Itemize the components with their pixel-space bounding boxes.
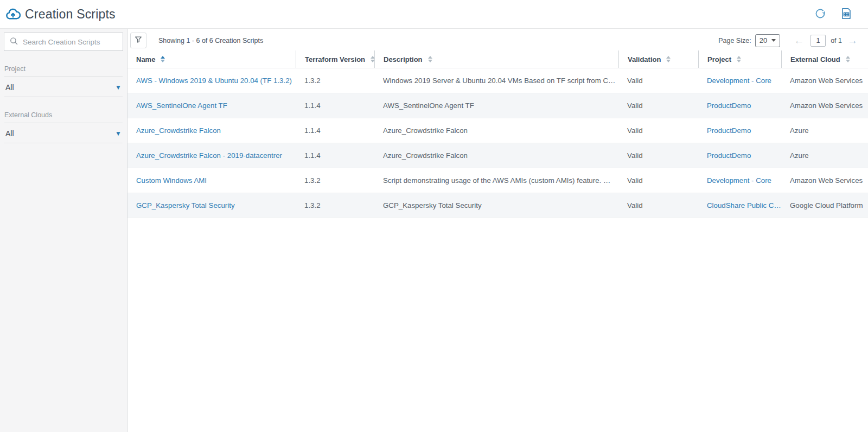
terraform-version-cell: 1.3.2 [296, 176, 374, 185]
terraform-version-cell: 1.3.2 [296, 201, 374, 209]
table-row: AWS - Windows 2019 & Ubuntu 20.04 (TF 1.… [127, 68, 868, 93]
table-row: Custom Windows AMI 1.3.2 Script demonstr… [127, 168, 868, 193]
filter-sidebar: Project All ▼ External Clouds All ▼ [0, 29, 127, 432]
external-cloud-cell: Azure [781, 126, 868, 135]
page-size-select[interactable]: 20 [755, 34, 780, 47]
column-label: Name [136, 55, 155, 63]
search-input[interactable] [23, 38, 119, 46]
external-clouds-filter-value: All [5, 129, 14, 138]
description-cell: Azure_Crowdstrike Falcon [374, 151, 618, 160]
column-header-validation[interactable]: Validation [618, 50, 698, 68]
page-size-label: Page Size: [718, 37, 751, 45]
validation-cell: Valid [618, 101, 698, 110]
page-title: Creation Scripts [25, 7, 116, 22]
column-header-description[interactable]: Description [374, 50, 618, 68]
project-link[interactable]: Development - Core [707, 176, 771, 185]
column-label: Description [384, 55, 423, 63]
page-of-label: of 1 [831, 37, 842, 45]
chevron-down-icon: ▼ [115, 130, 122, 137]
script-name-link[interactable]: Azure_Crowdstrike Falcon [136, 126, 221, 135]
script-name-link[interactable]: GCP_Kaspersky Total Security [136, 201, 235, 209]
sort-icon [737, 56, 741, 62]
external-cloud-cell: Google Cloud Platform [781, 201, 868, 209]
column-label: Terraform Version [305, 55, 365, 63]
pagination: Page Size: 20 ← of 1 → [718, 34, 859, 47]
table-body: AWS - Windows 2019 & Ubuntu 20.04 (TF 1.… [127, 68, 868, 218]
creation-scripts-table: Name Terraform Version Description Valid… [127, 50, 868, 218]
table-row: Azure_Crowdstrike Falcon 1.1.4 Azure_Cro… [127, 118, 868, 143]
main-layout: Project All ▼ External Clouds All ▼ [0, 29, 868, 432]
terraform-version-cell: 1.1.4 [296, 151, 374, 160]
project-link[interactable]: ProductDemo [707, 126, 751, 135]
description-cell: Script demonstrating usage of the AWS AM… [374, 176, 618, 185]
column-header-external-cloud[interactable]: External Cloud [781, 50, 868, 68]
export-button[interactable] [839, 6, 854, 23]
project-link[interactable]: ProductDemo [707, 151, 751, 160]
terraform-version-cell: 1.3.2 [296, 77, 374, 85]
external-cloud-cell: Amazon Web Services [781, 176, 868, 185]
previous-page-arrow[interactable]: ← [792, 35, 806, 46]
column-label: Project [707, 55, 731, 63]
sort-icon [846, 56, 850, 62]
next-page-arrow[interactable]: → [846, 35, 859, 46]
table-header: Name Terraform Version Description Valid… [127, 50, 868, 68]
validation-cell: Valid [618, 201, 698, 209]
validation-cell: Valid [618, 126, 698, 135]
showing-count-text: Showing 1 - 6 of 6 Creation Scripts [158, 37, 263, 45]
filter-button[interactable] [130, 33, 146, 48]
table-row: Azure_Crowdstrike Falcon - 2019-datacent… [127, 143, 868, 168]
sort-icon [428, 56, 432, 62]
search-box [4, 33, 123, 51]
app-header: Creation Scripts [0, 0, 868, 29]
terraform-version-cell: 1.1.4 [296, 101, 374, 110]
external-clouds-filter-select[interactable]: All ▼ [4, 123, 123, 143]
column-header-project[interactable]: Project [698, 50, 781, 68]
description-cell: Windows 2019 Server & Ubuntu 20.04 VMs B… [374, 77, 618, 85]
external-cloud-cell: Azure [781, 151, 868, 160]
column-header-terraform-version[interactable]: Terraform Version [296, 50, 374, 68]
page-size-value: 20 [760, 36, 767, 45]
description-cell: AWS_SentinelOne Agent TF [374, 101, 618, 110]
description-cell: Azure_Crowdstrike Falcon [374, 126, 618, 135]
script-name-link[interactable]: AWS_SentinelOne Agent TF [136, 101, 227, 110]
project-filter-select[interactable]: All ▼ [4, 77, 123, 97]
validation-cell: Valid [618, 77, 698, 85]
table-row: GCP_Kaspersky Total Security 1.3.2 GCP_K… [127, 193, 868, 218]
terraform-version-cell: 1.1.4 [296, 126, 374, 135]
export-table-document-icon [840, 7, 853, 22]
refresh-icon [814, 7, 827, 22]
project-link[interactable]: ProductDemo [707, 101, 751, 110]
column-header-name[interactable]: Name [127, 50, 296, 68]
column-label: Validation [628, 55, 661, 63]
search-icon [9, 36, 18, 48]
project-filter-value: All [5, 83, 14, 92]
column-label: External Cloud [790, 55, 840, 63]
project-link[interactable]: Development - Core [707, 77, 771, 85]
external-cloud-cell: Amazon Web Services [781, 77, 868, 85]
project-link[interactable]: CloudShare Public C… [707, 201, 781, 209]
page-number-input[interactable] [810, 35, 826, 47]
filter-group-project: Project All ▼ [4, 65, 123, 97]
content-area: Showing 1 - 6 of 6 Creation Scripts Page… [127, 29, 868, 432]
validation-cell: Valid [618, 176, 698, 185]
external-cloud-cell: Amazon Web Services [781, 101, 868, 110]
cloud-upload-icon [4, 5, 22, 23]
script-name-link[interactable]: AWS - Windows 2019 & Ubuntu 20.04 (TF 1.… [136, 77, 292, 85]
project-filter-label: Project [4, 65, 123, 77]
script-name-link[interactable]: Custom Windows AMI [136, 176, 207, 185]
chevron-down-icon: ▼ [115, 84, 122, 91]
table-toolbar: Showing 1 - 6 of 6 Creation Scripts Page… [127, 29, 868, 48]
script-name-link[interactable]: Azure_Crowdstrike Falcon - 2019-datacent… [136, 151, 282, 160]
chevron-down-icon [771, 39, 776, 42]
funnel-icon [134, 35, 143, 46]
header-actions [813, 6, 860, 23]
sort-icon [666, 56, 671, 62]
filter-group-external-clouds: External Clouds All ▼ [4, 111, 123, 143]
sort-icon [161, 56, 165, 62]
external-clouds-filter-label: External Clouds [4, 111, 123, 123]
description-cell: GCP_Kaspersky Total Security [374, 201, 618, 209]
validation-cell: Valid [618, 151, 698, 160]
refresh-button[interactable] [813, 6, 828, 23]
table-row: AWS_SentinelOne Agent TF 1.1.4 AWS_Senti… [127, 93, 868, 118]
